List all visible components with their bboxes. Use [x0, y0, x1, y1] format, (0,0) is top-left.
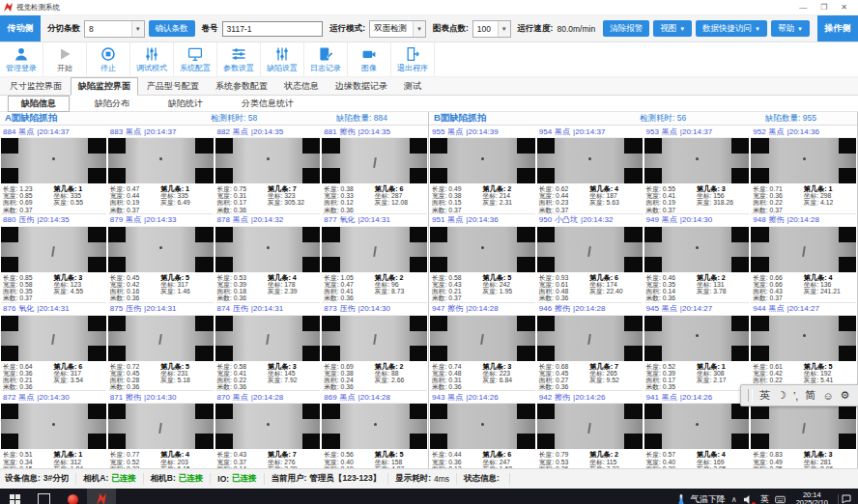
minimize-button[interactable]: —	[792, 1, 814, 14]
defect-thumbnail[interactable]	[215, 227, 321, 272]
defect-cell[interactable]: 943 黑点 |20:14:26 长度: 0.44 宽度: 0.36 面积: 0…	[430, 391, 535, 468]
exit-action-button[interactable]: 退出程序	[391, 42, 435, 76]
defect-cell[interactable]: 948 擦伤 |20:14:28 长度: 0.66 宽度: 0.66 面积: 0…	[751, 214, 856, 303]
subtab-缺陷统计[interactable]: 缺陷统计	[155, 96, 216, 112]
ime-grip[interactable]	[748, 389, 753, 402]
defect-cell[interactable]: 955 黑点 |20:14:39 长度: 0.49 宽度: 0.38 面积: 0…	[430, 126, 535, 214]
defect-cell[interactable]: 879 黑点 |20:14:33 长度: 0.45 宽度: 0.42 面积: 0…	[108, 214, 214, 303]
defect-cell[interactable]: 874 压伤 |20:14:31 长度: 0.58 宽度: 0.41 面积: 0…	[215, 303, 321, 392]
close-button[interactable]: ✕	[834, 1, 854, 14]
stop-action-button[interactable]: 停止	[87, 42, 130, 76]
ime-lang-cn[interactable]: 简	[805, 388, 815, 403]
defect-cell[interactable]: 876 氧化 |20:14:31 长度: 0.64 宽度: 0.36 面积: 0…	[1, 303, 106, 392]
defect-cell[interactable]: 950 小凸坑 |20:14:32 长度: 0.93 宽度: 0.61 面积: …	[537, 214, 643, 303]
defect-thumbnail[interactable]	[108, 227, 214, 272]
defect-cell[interactable]: 951 黑点 |20:14:36 长度: 0.58 宽度: 0.43 面积: 0…	[430, 214, 535, 303]
tab-产品型号配置[interactable]: 产品型号配置	[139, 77, 207, 95]
help-menu-button[interactable]: 帮助▼	[771, 20, 810, 37]
defect-thumbnail[interactable]	[537, 316, 643, 361]
ime-lang-en[interactable]: 英	[759, 388, 770, 403]
defect-thumbnail[interactable]	[108, 316, 214, 361]
tab-边缘数据记录[interactable]: 边缘数据记录	[328, 77, 395, 95]
taskbar-app-browser[interactable]	[58, 489, 87, 504]
defect-thumbnail[interactable]	[215, 316, 321, 361]
defect-cell[interactable]: 878 黑点 |20:14:32 长度: 0.53 宽度: 0.39 面积: 0…	[215, 214, 321, 303]
defect-cell[interactable]: 881 擦伤 |20:14:35 长度: 0.38 宽度: 0.33 面积: 0…	[322, 126, 427, 214]
monitor-action-button[interactable]: 系统配置	[174, 42, 217, 76]
defect-cell[interactable]: 872 黑点 |20:14:30 长度: 0.51 宽度: 0.34 面积: 0…	[1, 391, 106, 468]
tune-action-button[interactable]: 调试模式	[130, 42, 174, 76]
defect-thumbnail[interactable]	[537, 404, 643, 449]
defect-thumbnail[interactable]	[1, 227, 106, 272]
defect-cell[interactable]: 875 压伤 |20:14:31 长度: 0.72 宽度: 0.45 面积: 0…	[108, 303, 214, 392]
hsliders-action-button[interactable]: 参数设置	[217, 42, 261, 76]
defect-thumbnail[interactable]	[644, 404, 750, 449]
defect-thumbnail[interactable]	[644, 316, 750, 361]
defect-thumbnail[interactable]	[215, 404, 321, 449]
vsliders-action-button[interactable]: 缺陷设置	[261, 42, 304, 76]
data-quick-access-button[interactable]: 数据快捷访问▼	[696, 20, 767, 37]
defect-thumbnail[interactable]	[644, 227, 750, 272]
subtab-缺陷分布[interactable]: 缺陷分布	[81, 96, 143, 112]
volume-icon[interactable]	[743, 494, 755, 504]
slit-count-select[interactable]: 8 ▼	[84, 20, 145, 38]
defect-cell[interactable]: 873 压伤 |20:14:30 长度: 0.69 宽度: 0.38 面积: 0…	[322, 303, 427, 392]
defect-cell[interactable]: 870 黑点 |20:14:28 长度: 0.43 宽度: 0.37 面积: 0…	[215, 391, 321, 468]
defect-thumbnail[interactable]	[322, 404, 427, 449]
play-action-button[interactable]: 开始	[43, 42, 87, 76]
taskbar-clock[interactable]: 20:14 2025/2/10	[792, 491, 832, 504]
defect-cell[interactable]: 947 擦伤 |20:14:28 长度: 0.74 宽度: 0.48 面积: 0…	[430, 303, 535, 392]
log-action-button[interactable]: 日志记录	[304, 42, 348, 76]
view-menu-button[interactable]: 视图▼	[653, 20, 692, 37]
start-button[interactable]	[0, 489, 29, 504]
weather-text[interactable]: 气温下降	[691, 493, 726, 504]
defect-thumbnail[interactable]	[430, 227, 535, 272]
defect-cell[interactable]: 877 氧化 |20:14:31 长度: 1.05 宽度: 0.47 面积: 0…	[322, 214, 427, 303]
defect-cell[interactable]: 944 黑点 |20:14:27 长度: 0.61 宽度: 0.42 面积: 0…	[751, 303, 856, 392]
defect-thumbnail[interactable]	[751, 404, 856, 449]
defect-cell[interactable]: 869 黑点 |20:14:28 长度: 0.56 宽度: 0.40 面积: 0…	[322, 391, 427, 468]
confirm-count-button[interactable]: 确认条数	[149, 20, 195, 37]
defect-cell[interactable]: 882 黑点 |20:14:35 长度: 0.75 宽度: 0.31 面积: 0…	[215, 126, 321, 214]
roll-number-input[interactable]: 3117-1	[222, 21, 324, 37]
defect-thumbnail[interactable]	[322, 316, 427, 361]
defect-cell[interactable]: 880 压伤 |20:14:35 长度: 0.85 宽度: 0.58 面积: 0…	[1, 214, 106, 303]
ime-moon-icon[interactable]: ☽	[777, 389, 786, 402]
tab-系统参数配置[interactable]: 系统参数配置	[208, 77, 275, 95]
defect-thumbnail[interactable]	[1, 316, 106, 361]
defect-cell[interactable]: 884 黑点 |20:14:37 长度: 1.23 宽度: 0.85 面积: 0…	[1, 126, 106, 214]
tray-expand-icon[interactable]: ∧	[731, 495, 737, 504]
camera-action-button[interactable]: 图像	[348, 42, 391, 76]
defect-cell[interactable]: 945 黑点 |20:14:27 长度: 0.52 宽度: 0.39 面积: 0…	[644, 303, 750, 392]
defect-cell[interactable]: 953 黑点 |20:14:37 长度: 0.55 宽度: 0.41 面积: 0…	[644, 126, 750, 214]
ime-gear-icon[interactable]: ⚙	[841, 389, 850, 402]
defect-cell[interactable]: 946 擦伤 |20:14:28 长度: 0.68 宽度: 0.45 面积: 0…	[537, 303, 643, 392]
defect-thumbnail[interactable]	[1, 138, 106, 183]
defect-thumbnail[interactable]	[108, 404, 214, 449]
user-action-button[interactable]: 管理登录	[0, 42, 43, 76]
clear-alarm-button[interactable]: 清除报警	[603, 20, 649, 37]
action-center-button[interactable]	[838, 494, 854, 504]
defect-thumbnail[interactable]	[1, 404, 106, 449]
defect-cell[interactable]: 942 擦伤 |20:14:26 长度: 0.79 宽度: 0.53 面积: 0…	[537, 391, 643, 468]
chart-points-select[interactable]: 100 ▼	[472, 20, 511, 38]
run-mode-select[interactable]: 双面检测 ▼	[369, 20, 426, 38]
taskbar-app-detection[interactable]	[87, 489, 116, 504]
drive-side-button[interactable]: 传动侧	[0, 15, 41, 42]
tab-状态信息[interactable]: 状态信息	[276, 77, 327, 95]
defect-thumbnail[interactable]	[322, 227, 427, 272]
defect-thumbnail[interactable]	[644, 138, 750, 183]
defect-cell[interactable]: 871 擦伤 |20:14:30 长度: 0.77 宽度: 0.52 面积: 0…	[108, 391, 214, 468]
tab-缺陷监控界面[interactable]: 缺陷监控界面	[71, 77, 138, 96]
keyboard-icon[interactable]	[775, 494, 786, 504]
subtab-缺陷信息[interactable]: 缺陷信息	[8, 96, 70, 112]
subtab-分类信息统计[interactable]: 分类信息统计	[228, 96, 307, 112]
defect-cell[interactable]: 952 黑点 |20:14:36 长度: 0.71 宽度: 0.36 面积: 0…	[751, 126, 856, 214]
defect-thumbnail[interactable]	[751, 138, 856, 183]
defect-thumbnail[interactable]	[108, 138, 214, 183]
tab-测试[interactable]: 测试	[396, 77, 429, 95]
defect-cell[interactable]: 883 黑点 |20:14:37 长度: 0.47 宽度: 0.44 面积: 0…	[108, 126, 214, 214]
defect-thumbnail[interactable]	[430, 316, 535, 361]
defect-cell[interactable]: 949 黑点 |20:14:30 长度: 0.46 宽度: 0.35 面积: 0…	[644, 214, 750, 303]
defect-thumbnail[interactable]	[430, 404, 535, 449]
